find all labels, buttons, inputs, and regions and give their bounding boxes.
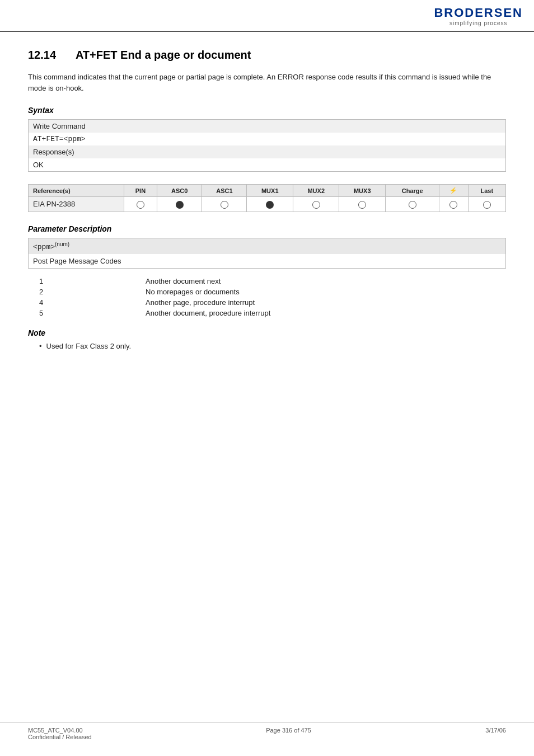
ref-cell-charge (385, 197, 439, 212)
syntax-cell-response-label: Response(s) (29, 145, 506, 158)
ref-cell-last (468, 197, 506, 212)
circle-empty-mux3 (358, 201, 366, 209)
circle-empty-last (483, 201, 491, 209)
footer-left: MC55_ATC_V04.00 Confidential / Released (28, 727, 92, 740)
param-cell-desc: Post Page Message Codes (29, 254, 506, 269)
logo-subtitle: simplifying process (434, 20, 523, 26)
param-table: <ppm>(num) Post Page Message Codes (28, 238, 506, 269)
syntax-cell-command: AT+FET=<ppm> (29, 133, 506, 145)
ref-cell-mux3 (339, 197, 386, 212)
param-value-1: 1 Another document next (34, 277, 506, 285)
circle-empty-asc1 (221, 201, 228, 209)
syntax-row-ok: OK (29, 158, 506, 172)
syntax-table: Write Command AT+FET=<ppm> Response(s) O… (28, 119, 506, 172)
footer-right: 3/17/06 (485, 727, 506, 740)
page-header: BRODERSEN simplifying process (0, 0, 534, 32)
param-row-label: <ppm>(num) (29, 238, 506, 254)
param-desc-5: Another document, procedure interrupt (146, 309, 270, 317)
circle-empty-mux2 (312, 201, 320, 209)
logo-name: BRODERSEN (434, 6, 523, 20)
param-desc-1: Another document next (146, 277, 221, 285)
ref-col-mux2: MUX2 (293, 185, 339, 197)
footer-doc-name: MC55_ATC_V04.00 (28, 727, 92, 734)
ref-data-row: EIA PN-2388 (29, 197, 506, 212)
syntax-heading: Syntax (28, 106, 506, 115)
section-title: 12.14 AT+FET End a page or document (28, 49, 506, 62)
ref-col-charge: Charge (385, 185, 439, 197)
note-bullet-1: • (39, 342, 42, 350)
note-text-1: Used for Fax Class 2 only. (46, 342, 131, 350)
footer-page: Page 316 of 475 (266, 727, 311, 734)
ref-col-name: Reference(s) (29, 185, 124, 197)
param-label-text: <ppm> (33, 243, 55, 251)
ref-cell-mux1 (247, 197, 293, 212)
param-num-1: 1 (34, 277, 146, 285)
reference-table: Reference(s) PIN ASC0 ASC1 MUX1 MUX2 MUX… (28, 184, 506, 212)
ref-col-asc0: ASC0 (157, 185, 202, 197)
footer-date: 3/17/06 (485, 727, 506, 734)
intro-text: This command indicates that the current … (28, 72, 506, 93)
ref-cell-mux2 (293, 197, 339, 212)
param-desc-4: Another page, procedure interrupt (146, 298, 255, 307)
param-value-2: 2 No morepages or documents (34, 288, 506, 296)
ref-col-special: ⚡ (439, 185, 468, 197)
ref-col-pin: PIN (124, 185, 157, 197)
circle-empty-pin (137, 201, 144, 209)
param-cell-label: <ppm>(num) (29, 238, 506, 254)
ref-cell-asc0 (157, 197, 202, 212)
note-item-1: • Used for Fax Class 2 only. (39, 342, 506, 350)
param-value-5: 5 Another document, procedure interrupt (34, 309, 506, 317)
section-number: 12.14 (28, 49, 56, 61)
syntax-cell-write-command: Write Command (29, 120, 506, 133)
ref-cell-name: EIA PN-2388 (29, 197, 124, 212)
syntax-row-response-label: Response(s) (29, 145, 506, 158)
param-sup-text: (num) (55, 241, 69, 247)
syntax-cell-ok: OK (29, 158, 506, 172)
ref-header-row: Reference(s) PIN ASC0 ASC1 MUX1 MUX2 MUX… (29, 185, 506, 197)
note-list: • Used for Fax Class 2 only. (39, 342, 506, 350)
circle-filled-asc0 (176, 201, 184, 209)
syntax-row-command: AT+FET=<ppm> (29, 133, 506, 145)
ref-col-mux1: MUX1 (247, 185, 293, 197)
syntax-row-write-command: Write Command (29, 120, 506, 133)
param-desc-heading: Parameter Description (28, 224, 506, 233)
logo: BRODERSEN simplifying process (434, 6, 523, 26)
footer-center: Page 316 of 475 (266, 727, 311, 740)
note-heading: Note (28, 328, 506, 337)
param-num-5: 5 (34, 309, 146, 317)
ref-col-last: Last (468, 185, 506, 197)
ref-col-mux3: MUX3 (339, 185, 386, 197)
ref-cell-asc1 (202, 197, 247, 212)
circle-filled-mux1 (266, 201, 274, 209)
section-heading: AT+FET End a page or document (76, 49, 251, 61)
footer-status: Confidential / Released (28, 734, 92, 740)
page-footer: MC55_ATC_V04.00 Confidential / Released … (0, 722, 534, 745)
main-content: 12.14 AT+FET End a page or document This… (0, 32, 534, 369)
param-value-4: 4 Another page, procedure interrupt (34, 298, 506, 307)
param-num-2: 2 (34, 288, 146, 296)
ref-cell-special (439, 197, 468, 212)
param-desc-2: No morepages or documents (146, 288, 240, 296)
ref-cell-pin (124, 197, 157, 212)
circle-empty-charge (409, 201, 416, 209)
ref-col-asc1: ASC1 (202, 185, 247, 197)
param-row-desc: Post Page Message Codes (29, 254, 506, 269)
param-values-list: 1 Another document next 2 No morepages o… (28, 277, 506, 317)
param-num-4: 4 (34, 298, 146, 307)
circle-empty-special (449, 201, 457, 209)
